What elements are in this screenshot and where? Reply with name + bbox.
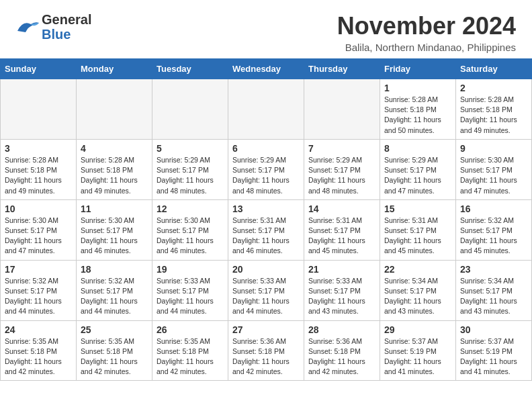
day-number: 29	[384, 324, 451, 335]
day-info: Sunrise: 5:32 AMSunset: 5:17 PMDaylight:…	[81, 276, 148, 317]
day-number: 30	[460, 324, 527, 335]
day-number: 5	[157, 143, 224, 154]
logo-icon	[16, 19, 40, 35]
day-number: 13	[232, 203, 300, 214]
empty-cell	[152, 79, 228, 140]
day-number: 16	[460, 203, 527, 214]
day-info: Sunrise: 5:34 AMSunset: 5:17 PMDaylight:…	[460, 276, 527, 317]
day-info: Sunrise: 5:29 AMSunset: 5:17 PMDaylight:…	[384, 155, 451, 196]
day-info: Sunrise: 5:32 AMSunset: 5:17 PMDaylight:…	[460, 216, 527, 257]
day-cell-21: 21Sunrise: 5:33 AMSunset: 5:17 PMDayligh…	[304, 260, 380, 320]
weekday-header-tuesday: Tuesday	[152, 59, 228, 79]
day-number: 24	[5, 324, 72, 335]
day-info: Sunrise: 5:36 AMSunset: 5:18 PMDaylight:…	[232, 336, 300, 377]
day-number: 27	[232, 324, 300, 335]
day-info: Sunrise: 5:30 AMSunset: 5:17 PMDaylight:…	[5, 216, 72, 257]
day-cell-27: 27Sunrise: 5:36 AMSunset: 5:18 PMDayligh…	[228, 320, 304, 381]
day-cell-22: 22Sunrise: 5:34 AMSunset: 5:17 PMDayligh…	[380, 260, 456, 320]
day-info: Sunrise: 5:28 AMSunset: 5:18 PMDaylight:…	[460, 95, 527, 136]
day-info: Sunrise: 5:31 AMSunset: 5:17 PMDaylight:…	[232, 216, 300, 257]
day-cell-24: 24Sunrise: 5:35 AMSunset: 5:18 PMDayligh…	[1, 320, 77, 381]
day-cell-8: 8Sunrise: 5:29 AMSunset: 5:17 PMDaylight…	[380, 139, 456, 199]
day-number: 12	[157, 203, 224, 214]
day-cell-19: 19Sunrise: 5:33 AMSunset: 5:17 PMDayligh…	[152, 260, 228, 320]
day-cell-15: 15Sunrise: 5:31 AMSunset: 5:17 PMDayligh…	[380, 199, 456, 260]
day-number: 8	[384, 143, 451, 154]
week-row-4: 17Sunrise: 5:32 AMSunset: 5:17 PMDayligh…	[1, 260, 532, 320]
day-cell-12: 12Sunrise: 5:30 AMSunset: 5:17 PMDayligh…	[152, 199, 228, 260]
day-cell-26: 26Sunrise: 5:35 AMSunset: 5:18 PMDayligh…	[152, 320, 228, 381]
day-info: Sunrise: 5:30 AMSunset: 5:17 PMDaylight:…	[81, 216, 148, 257]
day-info: Sunrise: 5:29 AMSunset: 5:17 PMDaylight:…	[157, 155, 224, 196]
weekday-header-wednesday: Wednesday	[228, 59, 304, 79]
week-row-2: 3Sunrise: 5:28 AMSunset: 5:18 PMDaylight…	[1, 139, 532, 199]
day-cell-18: 18Sunrise: 5:32 AMSunset: 5:17 PMDayligh…	[77, 260, 152, 320]
day-info: Sunrise: 5:33 AMSunset: 5:17 PMDaylight:…	[157, 276, 224, 317]
day-number: 14	[308, 203, 375, 214]
weekday-header-friday: Friday	[380, 59, 456, 79]
day-info: Sunrise: 5:29 AMSunset: 5:17 PMDaylight:…	[232, 155, 300, 196]
day-number: 10	[5, 203, 72, 214]
day-info: Sunrise: 5:35 AMSunset: 5:18 PMDaylight:…	[157, 336, 224, 377]
day-cell-3: 3Sunrise: 5:28 AMSunset: 5:18 PMDaylight…	[1, 139, 77, 199]
day-number: 21	[308, 264, 375, 275]
day-cell-5: 5Sunrise: 5:29 AMSunset: 5:17 PMDaylight…	[152, 139, 228, 199]
day-number: 26	[157, 324, 224, 335]
day-cell-14: 14Sunrise: 5:31 AMSunset: 5:17 PMDayligh…	[304, 199, 380, 260]
month-year-title: November 2024	[337, 12, 516, 40]
day-info: Sunrise: 5:28 AMSunset: 5:18 PMDaylight:…	[81, 155, 148, 196]
day-number: 3	[5, 143, 72, 154]
day-cell-2: 2Sunrise: 5:28 AMSunset: 5:18 PMDaylight…	[456, 79, 532, 140]
day-cell-23: 23Sunrise: 5:34 AMSunset: 5:17 PMDayligh…	[456, 260, 532, 320]
day-info: Sunrise: 5:28 AMSunset: 5:18 PMDaylight:…	[5, 155, 72, 196]
day-cell-28: 28Sunrise: 5:36 AMSunset: 5:18 PMDayligh…	[304, 320, 380, 381]
day-cell-7: 7Sunrise: 5:29 AMSunset: 5:17 PMDaylight…	[304, 139, 380, 199]
page-header: General Blue November 2024 Balila, North…	[0, 0, 532, 58]
empty-cell	[228, 79, 304, 140]
day-info: Sunrise: 5:37 AMSunset: 5:19 PMDaylight:…	[460, 336, 527, 377]
day-number: 22	[384, 264, 451, 275]
day-cell-11: 11Sunrise: 5:30 AMSunset: 5:17 PMDayligh…	[77, 199, 152, 260]
week-row-3: 10Sunrise: 5:30 AMSunset: 5:17 PMDayligh…	[1, 199, 532, 260]
location-subtitle: Balila, Northern Mindanao, Philippines	[337, 42, 516, 53]
day-number: 17	[5, 264, 72, 275]
day-info: Sunrise: 5:33 AMSunset: 5:17 PMDaylight:…	[232, 276, 300, 317]
day-cell-30: 30Sunrise: 5:37 AMSunset: 5:19 PMDayligh…	[456, 320, 532, 381]
weekday-header-monday: Monday	[77, 59, 152, 79]
logo-general: General	[42, 12, 91, 27]
day-number: 9	[460, 143, 527, 154]
day-info: Sunrise: 5:36 AMSunset: 5:18 PMDaylight:…	[308, 336, 375, 377]
empty-cell	[1, 79, 77, 140]
day-cell-29: 29Sunrise: 5:37 AMSunset: 5:19 PMDayligh…	[380, 320, 456, 381]
day-number: 23	[460, 264, 527, 275]
day-number: 7	[308, 143, 375, 154]
day-cell-13: 13Sunrise: 5:31 AMSunset: 5:17 PMDayligh…	[228, 199, 304, 260]
week-row-5: 24Sunrise: 5:35 AMSunset: 5:18 PMDayligh…	[1, 320, 532, 381]
day-cell-16: 16Sunrise: 5:32 AMSunset: 5:17 PMDayligh…	[456, 199, 532, 260]
weekday-header-sunday: Sunday	[1, 59, 77, 79]
day-info: Sunrise: 5:30 AMSunset: 5:17 PMDaylight:…	[157, 216, 224, 257]
weekday-header-saturday: Saturday	[456, 59, 532, 79]
day-cell-4: 4Sunrise: 5:28 AMSunset: 5:18 PMDaylight…	[77, 139, 152, 199]
day-number: 15	[384, 203, 451, 214]
day-number: 6	[232, 143, 300, 154]
day-number: 4	[81, 143, 148, 154]
day-number: 19	[157, 264, 224, 275]
day-number: 1	[384, 83, 451, 93]
day-info: Sunrise: 5:35 AMSunset: 5:18 PMDaylight:…	[81, 336, 148, 377]
day-cell-20: 20Sunrise: 5:33 AMSunset: 5:17 PMDayligh…	[228, 260, 304, 320]
calendar-table: SundayMondayTuesdayWednesdayThursdayFrid…	[0, 58, 532, 381]
day-number: 18	[81, 264, 148, 275]
day-info: Sunrise: 5:31 AMSunset: 5:17 PMDaylight:…	[308, 216, 375, 257]
day-info: Sunrise: 5:37 AMSunset: 5:19 PMDaylight:…	[384, 336, 451, 377]
week-row-1: 1Sunrise: 5:28 AMSunset: 5:18 PMDaylight…	[1, 79, 532, 140]
weekday-header-row: SundayMondayTuesdayWednesdayThursdayFrid…	[1, 59, 532, 79]
day-number: 20	[232, 264, 300, 275]
day-cell-17: 17Sunrise: 5:32 AMSunset: 5:17 PMDayligh…	[1, 260, 77, 320]
day-info: Sunrise: 5:30 AMSunset: 5:17 PMDaylight:…	[460, 155, 527, 196]
day-cell-9: 9Sunrise: 5:30 AMSunset: 5:17 PMDaylight…	[456, 139, 532, 199]
day-number: 25	[81, 324, 148, 335]
day-info: Sunrise: 5:32 AMSunset: 5:17 PMDaylight:…	[5, 276, 72, 317]
day-number: 28	[308, 324, 375, 335]
empty-cell	[77, 79, 152, 140]
